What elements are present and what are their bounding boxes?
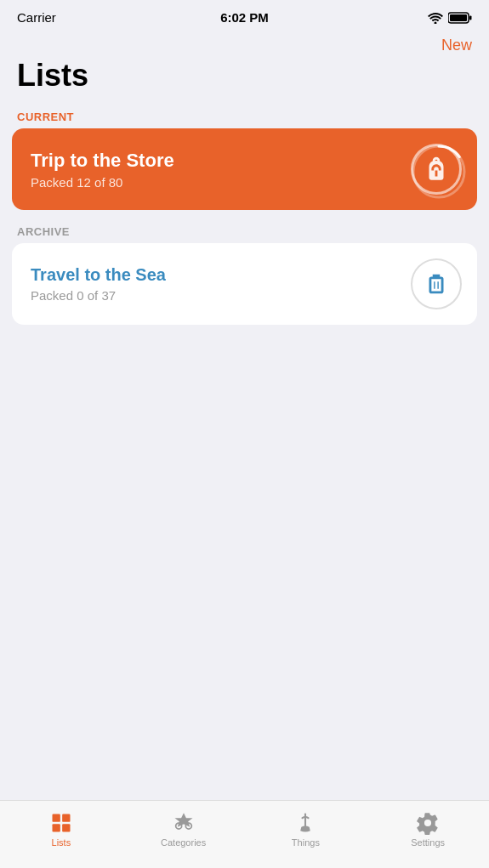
progress-ring [411, 144, 467, 200]
archive-item-text: Travel to the Sea Packed 0 of 37 [31, 265, 166, 303]
battery-icon [448, 12, 472, 24]
status-right [428, 12, 472, 24]
carrier-label: Carrier [17, 10, 56, 25]
svg-rect-5 [52, 814, 60, 822]
tab-bar: Lists Categories Things [0, 800, 489, 868]
svg-rect-2 [469, 15, 472, 20]
tab-categories-label: Categories [161, 837, 206, 848]
new-button[interactable]: New [441, 37, 472, 54]
status-bar: Carrier 6:02 PM [0, 0, 489, 30]
list-item-subtitle: Packed 12 of 80 [31, 175, 174, 190]
page-title: Lists [17, 58, 472, 94]
header: New [0, 30, 489, 54]
lists-tab-icon [49, 811, 73, 835]
svg-rect-8 [62, 824, 70, 831]
svg-rect-6 [62, 814, 70, 822]
content: CURRENT Trip to the Store Packed 12 of 8… [0, 102, 489, 563]
settings-tab-icon [416, 811, 440, 835]
archive-item-icon [411, 258, 462, 309]
page-title-container: Lists [0, 54, 489, 102]
tab-lists[interactable]: Lists [0, 808, 122, 851]
archive-item-subtitle: Packed 0 of 37 [31, 288, 166, 303]
current-section-header: CURRENT [12, 102, 477, 128]
archive-list-item[interactable]: Travel to the Sea Packed 0 of 37 [12, 243, 477, 325]
tab-things[interactable]: Things [245, 808, 367, 851]
wifi-icon [428, 12, 443, 24]
things-tab-icon [293, 811, 317, 835]
time-label: 6:02 PM [220, 10, 269, 25]
tab-settings-label: Settings [411, 837, 445, 848]
archive-item-title: Travel to the Sea [31, 265, 166, 285]
archive-section-header: ARCHIVE [12, 213, 477, 243]
list-item-title: Trip to the Store [31, 150, 174, 172]
tab-categories[interactable]: Categories [122, 808, 245, 851]
svg-rect-7 [52, 824, 60, 831]
tab-settings[interactable]: Settings [367, 808, 489, 851]
svg-rect-1 [450, 14, 467, 21]
categories-tab-icon [172, 811, 196, 835]
current-list-item[interactable]: Trip to the Store Packed 12 of 80 [12, 128, 477, 210]
tab-lists-label: Lists [52, 837, 71, 848]
tab-things-label: Things [292, 837, 320, 848]
list-item-text: Trip to the Store Packed 12 of 80 [31, 150, 174, 190]
svg-point-11 [180, 818, 186, 824]
current-item-icon [411, 144, 462, 195]
luggage-icon [422, 269, 451, 298]
